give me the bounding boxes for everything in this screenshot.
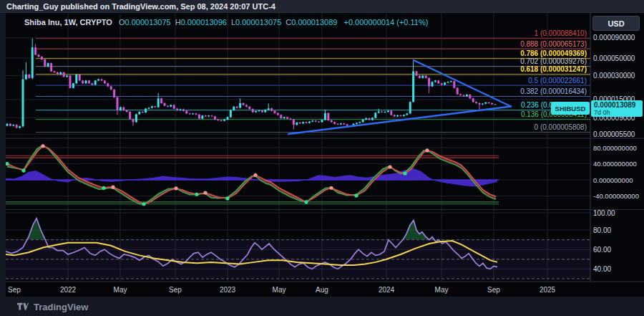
fib-label-0.786: 0.786 (0.000049369): [520, 49, 587, 57]
sell-signal-dot: [329, 186, 333, 190]
time-axis-label: Sep: [169, 286, 182, 294]
rsi-axis-label: 80.00: [593, 226, 611, 234]
time-axis-label: 2022: [60, 286, 77, 294]
price-axis-label: 0.000005500: [593, 130, 635, 138]
symbol-title: Shiba Inu, 1W, CRYPTO: [24, 18, 112, 27]
time-axis-label: May: [114, 286, 127, 294]
buy-signal-dot: [403, 171, 406, 175]
ohlc-values: O0.000013075H0.000013096L0.000013075C0.0…: [114, 18, 338, 27]
time-axis-label: Sep: [8, 286, 21, 294]
publish-info-bar: Charting_Guy published on TradingView.co…: [0, 0, 644, 13]
fib-label-0.702: 0.702 (0.000039276): [520, 57, 587, 65]
osc-axis-label: 40.000000000: [593, 160, 637, 168]
rsi-axis-label: 60.00: [593, 246, 611, 254]
rsi-pane: [6, 219, 590, 279]
chart-svg[interactable]: 1 (0.000088410)0.888 (0.000065173)0.786 …: [6, 13, 644, 297]
sell-signal-dot: [203, 191, 207, 194]
osc-axis-label: -40.000000000: [593, 192, 639, 200]
change-value: +0.000000014 (+0.11%): [344, 18, 429, 27]
sell-signal-dot: [388, 165, 391, 168]
legend-ohlc-value: 0.000013075: [125, 18, 170, 27]
tradingview-brand-text[interactable]: TradingView: [34, 302, 88, 312]
sell-signal-dot: [41, 144, 44, 148]
price-axis-label: 0.000090000: [593, 34, 635, 42]
symbol-legend[interactable]: Shiba Inu, 1W, CRYPTO O0.000013075H0.000…: [24, 18, 428, 27]
rsi-axis-label: 100.00: [593, 209, 615, 217]
time-axis-label: 2024: [379, 286, 395, 294]
svg-text:SHIBUSD: SHIBUSD: [555, 105, 586, 112]
fib-label-1: 1 (0.000088410): [535, 29, 587, 37]
osc-axis-label: 80.000000000: [593, 144, 637, 152]
time-axis-label: May: [273, 286, 286, 294]
currency-label: USD: [608, 19, 624, 28]
fib-label-0.382: 0.382 (0.000016434): [520, 87, 587, 95]
fib-label-0.5: 0.5 (0.000022661): [528, 77, 587, 85]
buy-signal-dot: [142, 202, 145, 206]
price-axis-label: 0.000050000: [593, 54, 635, 62]
oscillator-pane: [6, 144, 499, 206]
tradingview-published-chart: Charting_Guy published on TradingView.co…: [0, 0, 644, 316]
time-axis-label: Sep: [487, 286, 500, 294]
price-axis-label: 0.000030000: [593, 72, 635, 80]
sell-signal-dot: [111, 186, 114, 189]
buy-signal-dot: [354, 193, 358, 197]
legend-ohlc-value: 0.000013089: [291, 18, 337, 27]
time-axis-label: 2025: [540, 286, 556, 294]
publish-info-text: Charting_Guy published on TradingView.co…: [6, 2, 275, 11]
price-badges-layer: SHIBUSD0.0000130897d 0h: [551, 100, 643, 117]
candlestick-series: [6, 39, 497, 130]
legend-ohlc-value: 0.000013096: [181, 18, 227, 27]
currency-toggle-usd[interactable]: USD: [592, 16, 640, 31]
sell-signal-dot: [253, 173, 257, 177]
fib-retracement-drawing[interactable]: 1 (0.000088410)0.888 (0.000065173)0.786 …: [36, 29, 590, 132]
osc-axis-label: 0.000000000: [593, 176, 633, 184]
buy-signal-dot: [225, 196, 229, 200]
buy-signal-dot: [21, 168, 25, 172]
chart-canvas[interactable]: 1 (0.000088410)0.888 (0.000065173)0.786 …: [6, 13, 644, 297]
footer-bar: TradingView: [0, 297, 644, 316]
fib-label-0.618: 0.618 (0.000031247): [520, 65, 587, 73]
svg-text:0.000013089: 0.000013089: [594, 101, 636, 109]
buy-signal-dot: [195, 193, 198, 196]
legend-ohlc-label: H: [175, 18, 181, 27]
buy-signal-dot: [304, 200, 308, 204]
fib-label-0.888: 0.888 (0.000065173): [520, 40, 587, 48]
time-axis-label: May: [435, 286, 449, 294]
rsi-axis-label: 40.00: [593, 265, 611, 273]
legend-ohlc-value: 0.000013075: [235, 18, 281, 27]
fib-label-0: 0 (0.000005808): [535, 123, 587, 131]
tradingview-logo-icon[interactable]: [17, 302, 29, 311]
buy-signal-dot: [102, 186, 105, 190]
sell-signal-dot: [174, 186, 177, 190]
svg-text:7d 0h: 7d 0h: [594, 109, 610, 116]
sell-signal-dot: [425, 148, 429, 152]
time-axis-label: 2023: [220, 286, 236, 294]
time-axis-label: Aug: [316, 286, 328, 294]
